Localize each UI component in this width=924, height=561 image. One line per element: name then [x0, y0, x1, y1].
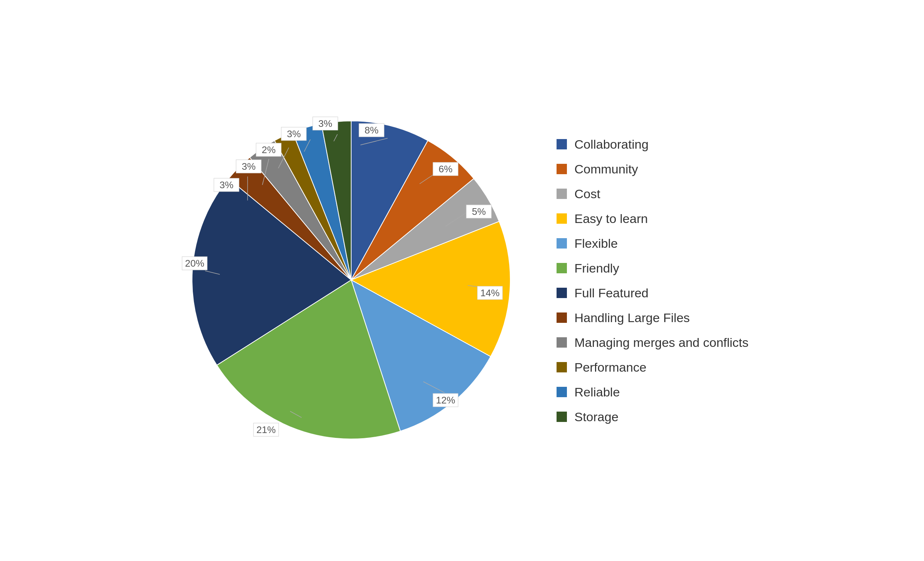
svg-text:8%: 8%	[364, 125, 378, 136]
legend-color-9	[556, 362, 567, 373]
legend-color-7	[556, 313, 567, 323]
legend-item-cost: Cost	[556, 187, 748, 201]
legend-label-6: Full Featured	[574, 286, 648, 300]
chart-container: 8%6%5%14%12%21%20%3%3%2%3%3% Collaborati…	[0, 0, 924, 561]
legend-color-2	[556, 188, 567, 199]
legend-color-1	[556, 164, 567, 174]
legend-label-5: Friendly	[574, 261, 619, 275]
legend-label-0: Collaborating	[574, 137, 648, 152]
legend-color-4	[556, 238, 567, 248]
legend-item-flexible: Flexible	[556, 236, 748, 251]
legend-color-5	[556, 263, 567, 273]
svg-text:3%: 3%	[318, 118, 332, 129]
legend-item-performance: Performance	[556, 360, 748, 375]
svg-text:2%: 2%	[262, 144, 276, 155]
legend-label-1: Community	[574, 162, 638, 177]
legend-label-10: Reliable	[574, 385, 620, 399]
legend-item-managing-merges-and-conflicts: Managing merges and conflicts	[556, 335, 748, 350]
legend-item-storage: Storage	[556, 410, 748, 424]
svg-text:3%: 3%	[219, 180, 234, 190]
legend: CollaboratingCommunityCostEasy to learnF…	[556, 137, 748, 424]
svg-text:21%: 21%	[256, 424, 276, 435]
legend-item-friendly: Friendly	[556, 261, 748, 275]
legend-label-11: Storage	[574, 410, 618, 424]
legend-color-10	[556, 387, 567, 397]
svg-text:5%: 5%	[472, 206, 486, 217]
svg-text:3%: 3%	[242, 161, 256, 172]
legend-label-4: Flexible	[574, 236, 618, 251]
legend-label-9: Performance	[574, 360, 646, 375]
legend-color-3	[556, 213, 567, 224]
pie-wrapper: 8%6%5%14%12%21%20%3%3%2%3%3%	[176, 104, 527, 457]
legend-item-handling-large-files: Handling Large Files	[556, 311, 748, 325]
svg-text:12%: 12%	[436, 395, 455, 406]
legend-item-easy-to-learn: Easy to learn	[556, 211, 748, 226]
svg-text:20%: 20%	[185, 258, 204, 269]
svg-text:6%: 6%	[438, 163, 453, 175]
legend-item-full-featured: Full Featured	[556, 286, 748, 300]
legend-label-2: Cost	[574, 187, 600, 201]
legend-color-11	[556, 411, 567, 422]
pie-chart: 8%6%5%14%12%21%20%3%3%2%3%3%	[176, 104, 527, 456]
svg-text:3%: 3%	[287, 128, 301, 139]
legend-item-community: Community	[556, 162, 748, 177]
legend-label-3: Easy to learn	[574, 211, 648, 226]
legend-item-reliable: Reliable	[556, 385, 748, 399]
legend-label-8: Managing merges and conflicts	[574, 335, 748, 350]
legend-color-8	[556, 337, 567, 348]
legend-label-7: Handling Large Files	[574, 311, 690, 325]
svg-text:14%: 14%	[480, 287, 500, 298]
legend-color-6	[556, 288, 567, 298]
legend-color-0	[556, 139, 567, 150]
legend-item-collaborating: Collaborating	[556, 137, 748, 152]
